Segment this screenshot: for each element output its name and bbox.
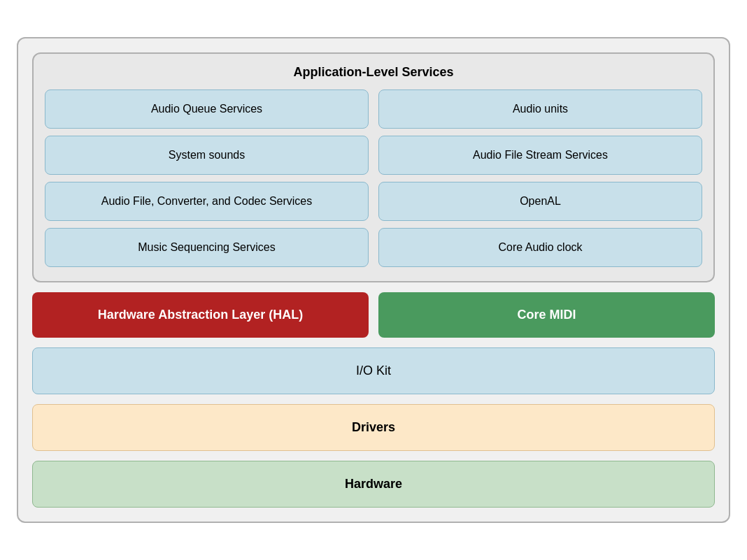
audio-queue-services: Audio Queue Services: [45, 89, 369, 129]
audio-file-stream-services: Audio File Stream Services: [378, 136, 702, 175]
drivers-box: Drivers: [32, 404, 715, 451]
hal-box: Hardware Abstraction Layer (HAL): [32, 292, 369, 338]
app-services-box: Application-Level Services Audio Queue S…: [32, 52, 715, 282]
grid-row-1: Audio Queue Services Audio units: [45, 89, 702, 129]
iokit-box: I/O Kit: [32, 347, 715, 394]
hal-midi-row: Hardware Abstraction Layer (HAL) Core MI…: [32, 292, 715, 338]
app-services-title: Application-Level Services: [45, 65, 702, 80]
hardware-box: Hardware: [32, 461, 715, 508]
grid-row-3: Audio File, Converter, and Codec Service…: [45, 182, 702, 221]
core-midi-box: Core MIDI: [378, 292, 715, 338]
diagram: Application-Level Services Audio Queue S…: [17, 37, 730, 523]
openal: OpenAL: [378, 182, 702, 221]
grid-row-2: System sounds Audio File Stream Services: [45, 136, 702, 175]
core-audio-clock: Core Audio clock: [378, 228, 702, 267]
grid-row-4: Music Sequencing Services Core Audio clo…: [45, 228, 702, 267]
music-sequencing-services: Music Sequencing Services: [45, 228, 369, 267]
audio-file-converter-codec: Audio File, Converter, and Codec Service…: [45, 182, 369, 221]
system-sounds: System sounds: [45, 136, 369, 175]
audio-units: Audio units: [378, 89, 702, 129]
